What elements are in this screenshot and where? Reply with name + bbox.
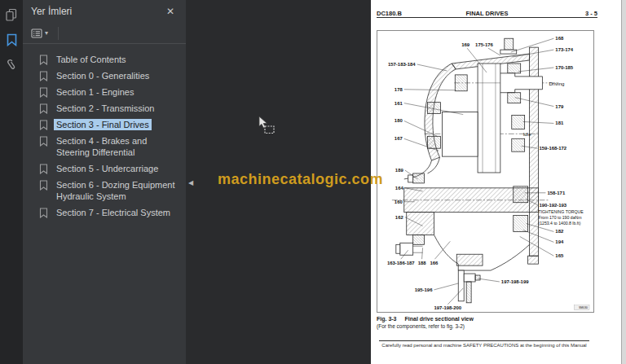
sidebar-item-1[interactable]: Section 0 - Generalities — [23, 68, 186, 84]
bookmarks-panel-header: Yer İmleri ✕ — [23, 0, 186, 23]
bookmarks-icon[interactable] — [3, 32, 20, 48]
pdf-viewer: Yer İmleri ✕ ▾ Table of ContentsSection … — [0, 0, 626, 364]
bookmarks-panel: Yer İmleri ✕ ▾ Table of ContentsSection … — [23, 0, 186, 364]
panel-collapse-arrow-icon[interactable]: ◀ — [187, 177, 195, 190]
sidebar-item-label: Section 6 - Dozing Equipment Hydraulic S… — [54, 179, 181, 202]
bookmarks-panel-title: Yer İmleri — [31, 6, 163, 17]
svg-text:164: 164 — [395, 186, 404, 191]
bookmarks-toolbar: ▾ — [23, 23, 186, 44]
sidebar-item-label: Table of Contents — [54, 54, 129, 65]
sidebar-item-6[interactable]: Section 5 - Undercarriage — [23, 160, 186, 177]
sidebar-item-label: Section 0 - Generalities — [54, 70, 152, 81]
sidebar-item-5[interactable]: Section 4 - Brakes and Steering Differen… — [23, 133, 186, 160]
svg-text:169: 169 — [461, 42, 470, 47]
page-thumbnails-icon[interactable] — [3, 7, 20, 23]
bookmark-item-icon — [39, 55, 48, 65]
chevron-down-icon: ▾ — [45, 29, 48, 37]
bookmark-options-button[interactable]: ▾ — [31, 29, 48, 38]
sidebar-item-7[interactable]: Section 6 - Dozing Equipment Hydraulic S… — [23, 177, 186, 204]
sidebar-item-label: Section 3 - Final Drives — [54, 119, 152, 130]
svg-text:160: 160 — [395, 200, 403, 204]
svg-text:175-176: 175-176 — [475, 42, 493, 47]
close-icon[interactable]: ✕ — [163, 4, 178, 19]
pdf-page: DC180.B FINAL DRIVES 3 - 5 — [371, 0, 621, 364]
sidebar-item-label: Section 5 - Undercarriage — [54, 163, 161, 174]
sidebar-item-label: Section 2 - Transmission — [54, 103, 156, 114]
svg-text:SM030: SM030 — [579, 306, 588, 309]
bookmark-item-icon — [39, 71, 48, 81]
svg-text:162: 162 — [395, 215, 404, 220]
sidebar-item-2[interactable]: Section 1 - Engines — [23, 84, 186, 100]
doc-model-code: DC180.B — [377, 10, 450, 15]
doc-page-number: 3 - 5 — [524, 10, 597, 15]
footer-rule — [379, 340, 589, 341]
left-icon-rail — [0, 0, 23, 364]
svg-text:159-168-172: 159-168-172 — [540, 146, 567, 151]
figure-subtitle: (For the components, refer to fig. 3-2) — [377, 323, 474, 329]
doc-section-title: FINAL DRIVES — [450, 10, 523, 15]
svg-text:TIGHTENING TORQUE: TIGHTENING TORQUE — [539, 209, 584, 214]
svg-text:168: 168 — [555, 36, 564, 41]
page-header: DC180.B FINAL DRIVES 3 - 5 — [377, 10, 597, 18]
sidebar-item-label: Section 1 - Engines — [54, 86, 136, 98]
svg-text:Driving: Driving — [549, 81, 565, 86]
sidebar-item-3[interactable]: Section 2 - Transmission — [23, 100, 186, 116]
svg-text:From 170 to 190 daNm: From 170 to 190 daNm — [539, 215, 582, 220]
svg-text:161: 161 — [395, 101, 403, 106]
svg-text:167: 167 — [395, 136, 403, 141]
watermark-text: machinecatalogic.com — [218, 171, 383, 188]
vertical-scrollbar[interactable] — [621, 0, 626, 364]
svg-text:179: 179 — [555, 104, 564, 109]
bookmark-item-icon — [39, 164, 48, 174]
safety-footer-note: Carefully read personal and machine SAFE… — [379, 343, 589, 348]
bookmark-item-icon — [39, 180, 48, 191]
svg-text:197-198-199: 197-198-199 — [501, 279, 529, 284]
svg-text:180: 180 — [395, 118, 403, 123]
svg-text:157-183-184: 157-183-184 — [388, 62, 416, 67]
svg-text:195-196: 195-196 — [415, 287, 433, 292]
figure-title: Final drive sectional view — [405, 316, 474, 322]
bookmark-item-icon — [39, 103, 48, 114]
sidebar-item-4[interactable]: Section 3 - Final Drives — [23, 116, 186, 133]
svg-text:190-192-193: 190-192-193 — [540, 203, 567, 208]
diagram-geometry — [392, 38, 589, 309]
svg-text:181: 181 — [555, 121, 564, 125]
bookmark-options-icon — [31, 29, 42, 38]
svg-text:165: 165 — [555, 253, 564, 258]
svg-text:194: 194 — [555, 239, 564, 244]
figure-number: Fig. 3-3 — [377, 316, 397, 322]
toolbar-divider — [58, 27, 59, 40]
document-canvas: ◀ DC180.B FINAL DRIVES 3 - 5 — [186, 0, 626, 364]
svg-text:166: 166 — [430, 261, 439, 265]
svg-text:178: 178 — [395, 87, 403, 92]
sidebar-item-label: Section 7 - Electrical System — [54, 207, 173, 218]
svg-text:182: 182 — [555, 229, 564, 234]
svg-text:158-171: 158-171 — [547, 191, 565, 195]
mouse-cursor — [254, 113, 279, 141]
svg-text:197-198-200: 197-198-200 — [434, 305, 462, 310]
svg-text:(1253.4 to 1400.8 lb.ft): (1253.4 to 1400.8 lb.ft) — [539, 221, 581, 226]
bookmark-item-icon — [39, 208, 48, 218]
bookmark-item-icon — [39, 120, 48, 130]
final-drive-diagram: 157-183-184178161180167189164160162163-1… — [377, 30, 594, 313]
figure-caption: Fig. 3-3Final drive sectional view (For … — [377, 316, 474, 329]
sidebar-item-label: Section 4 - Brakes and Steering Differen… — [54, 135, 181, 158]
svg-text:188: 188 — [418, 261, 427, 265]
svg-text:Idle: Idle — [523, 131, 531, 137]
svg-text:170-185: 170-185 — [555, 65, 573, 70]
sidebar-item-0[interactable]: Table of Contents — [23, 51, 186, 68]
bookmark-item-icon — [39, 136, 48, 147]
bookmark-list: Table of ContentsSection 0 - Generalitie… — [23, 44, 186, 221]
attachments-icon[interactable] — [3, 57, 20, 73]
bookmark-item-icon — [39, 87, 48, 98]
svg-text:189: 189 — [395, 168, 404, 173]
sidebar-item-8[interactable]: Section 7 - Electrical System — [23, 204, 186, 221]
svg-text:173-174: 173-174 — [555, 47, 573, 52]
svg-text:163-186-187: 163-186-187 — [387, 261, 415, 265]
